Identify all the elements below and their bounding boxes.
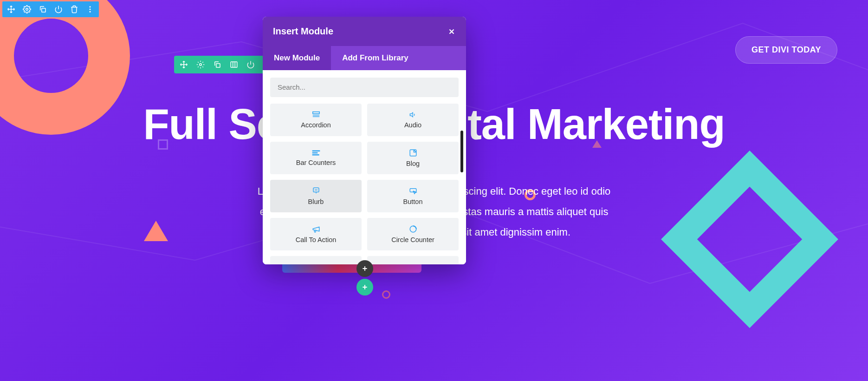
search-wrap [270,78,459,97]
button-icon [408,187,418,195]
columns-icon[interactable] [229,59,239,70]
search-input[interactable] [278,83,451,91]
svg-rect-1 [42,8,45,12]
module-button[interactable]: Button [367,180,459,212]
add-row-button[interactable] [356,279,373,296]
module-label: Circle Counter [391,236,434,243]
move-icon[interactable] [179,59,189,70]
duplicate-icon[interactable] [212,59,222,70]
modal-tabs: New Module Add From Library [263,46,466,70]
modal-title: Insert Module [273,26,333,37]
tab-new-module[interactable]: New Module [263,46,331,70]
module-label: Audio [404,121,421,129]
more-icon[interactable] [85,4,95,14]
svg-point-2 [90,6,91,7]
module-label: Blurb [308,198,324,205]
scrollbar-thumb[interactable] [460,131,463,172]
circle-counter-icon [408,225,418,233]
tab-add-from-library[interactable]: Add From Library [331,46,420,70]
module-audio[interactable]: Audio [367,104,459,136]
svg-rect-8 [312,112,319,114]
gear-icon[interactable] [22,4,32,14]
row-toolbar [174,56,277,73]
decor-small-circle-outline [382,290,390,299]
module-label: Blog [406,160,420,167]
add-module-button[interactable] [356,260,373,277]
svg-rect-9 [410,150,416,156]
module-label: Call To Action [296,236,337,243]
modal-header: Insert Module [263,17,466,46]
module-call-to-action[interactable]: Call To Action [270,218,362,250]
module-label: Bar Counters [296,159,336,166]
blog-icon [408,149,418,157]
svg-point-0 [26,8,28,11]
module-blurb[interactable]: Blurb [270,180,362,212]
trash-icon[interactable] [69,4,79,14]
module-bar-counters[interactable]: Bar Counters [270,142,362,174]
section-toolbar [2,1,99,17]
module-label: Button [403,198,423,205]
get-divi-button[interactable]: GET DIVI TODAY [735,36,837,64]
insert-module-modal: Insert Module New Module Add From Librar… [263,17,466,264]
modal-body: Accordion Audio Bar Counters Blog Blurb … [263,70,466,264]
svg-rect-7 [231,62,237,67]
power-icon[interactable] [246,59,256,70]
module-grid: Accordion Audio Bar Counters Blog Blurb … [270,104,459,264]
duplicate-icon[interactable] [38,4,48,14]
close-icon[interactable] [447,27,456,36]
module-code[interactable] [270,256,362,264]
blurb-icon [311,187,321,195]
module-blog[interactable]: Blog [367,142,459,174]
module-label: Accordion [301,121,330,129]
svg-rect-6 [216,64,220,67]
module-circle-counter[interactable]: Circle Counter [367,218,459,250]
accordion-icon [311,111,321,118]
bars-icon [311,150,321,156]
move-icon[interactable] [6,4,16,14]
svg-point-4 [90,11,91,13]
svg-point-3 [90,9,91,10]
module-comments[interactable] [367,256,459,264]
audio-icon [408,111,418,118]
svg-point-5 [200,64,202,66]
module-accordion[interactable]: Accordion [270,104,362,136]
gear-icon[interactable] [195,59,206,70]
power-icon[interactable] [53,4,64,14]
cta-icon [311,225,321,233]
